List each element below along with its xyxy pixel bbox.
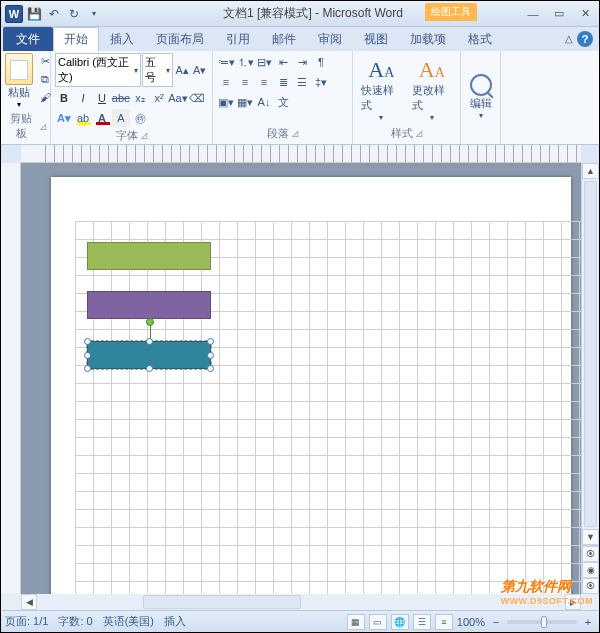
tab-insert[interactable]: 插入 [99,27,145,51]
increase-indent-button[interactable]: ⇥ [293,53,311,71]
group-font-label: 字体 [116,128,138,143]
resize-handle-nw[interactable] [84,338,91,345]
view-web-layout-button[interactable]: 🌐 [391,614,409,630]
font-size-combo[interactable]: 五号▾ [142,53,173,87]
paragraph-launcher-icon[interactable]: ◿ [292,129,298,138]
underline-button[interactable]: U [93,89,111,107]
status-page[interactable]: 页面: 1/1 [5,614,48,629]
resize-handle-ne[interactable] [207,338,214,345]
restore-button[interactable]: ▭ [549,6,569,22]
clear-formatting-icon[interactable]: ⌫ [188,89,206,107]
qat-redo-icon[interactable]: ↻ [65,5,83,23]
borders-button[interactable]: ▦▾ [236,93,254,111]
qat-save-icon[interactable]: 💾 [25,5,43,23]
character-shading-button[interactable]: A [112,109,130,127]
status-insert-mode[interactable]: 插入 [164,614,186,629]
change-styles-button[interactable]: AA 更改样式 ▾ [408,55,457,124]
browse-object-button[interactable]: ◉ [582,562,599,578]
zoom-out-button[interactable]: − [489,615,503,629]
resize-handle-se[interactable] [207,365,214,372]
tab-format[interactable]: 格式 [457,27,503,51]
status-word-count[interactable]: 字数: 0 [58,614,92,629]
horizontal-ruler[interactable] [21,145,581,163]
rotate-handle[interactable] [146,318,154,326]
decrease-indent-button[interactable]: ⇤ [274,53,292,71]
status-bar: 页面: 1/1 字数: 0 英语(美国) 插入 ▦ ▭ 🌐 ☰ ≡ 100% −… [1,610,599,632]
view-print-layout-button[interactable]: ▦ [347,614,365,630]
view-draft-button[interactable]: ≡ [435,614,453,630]
strikethrough-button[interactable]: abe [112,89,130,107]
align-right-button[interactable]: ≡ [255,73,273,91]
superscript-button[interactable]: x² [150,89,168,107]
enclose-char-button[interactable]: ㊕ [131,109,149,127]
tab-references[interactable]: 引用 [215,27,261,51]
vertical-ruler[interactable] [1,163,21,594]
editing-button[interactable]: 编辑 ▾ [470,74,492,120]
zoom-slider[interactable] [507,620,577,624]
zoom-in-button[interactable]: + [581,615,595,629]
document-page[interactable] [51,177,571,594]
grow-font-icon[interactable]: A▴ [174,61,190,79]
qat-undo-icon[interactable]: ↶ [45,5,63,23]
show-marks-button[interactable]: ¶ [312,53,330,71]
change-case-button[interactable]: Aa▾ [169,89,187,107]
tab-page-layout[interactable]: 页面布局 [145,27,215,51]
paste-button[interactable]: 粘贴 ▾ [5,53,33,109]
tab-view[interactable]: 视图 [353,27,399,51]
resize-handle-n[interactable] [146,338,153,345]
shape-rectangle-purple[interactable] [87,291,211,319]
tab-review[interactable]: 审阅 [307,27,353,51]
tab-addins[interactable]: 加载项 [399,27,457,51]
shrink-font-icon[interactable]: A▾ [192,61,208,79]
subscript-button[interactable]: x₂ [131,89,149,107]
align-center-button[interactable]: ≡ [236,73,254,91]
distributed-button[interactable]: ☰ [293,73,311,91]
close-button[interactable]: ✕ [575,6,595,22]
resize-handle-s[interactable] [146,365,153,372]
next-page-button[interactable]: ⦿ [582,578,599,594]
text-effects-button[interactable]: A▾ [55,109,73,127]
tab-mailings[interactable]: 邮件 [261,27,307,51]
scroll-down-button[interactable]: ▼ [582,529,599,545]
text-direction-button[interactable]: 文 [274,93,292,111]
minimize-button[interactable]: — [523,6,543,22]
shape-rectangle-green[interactable] [87,242,211,270]
scroll-right-button[interactable]: ▶ [565,594,581,610]
align-left-button[interactable]: ≡ [217,73,235,91]
italic-button[interactable]: I [74,89,92,107]
scroll-up-button[interactable]: ▲ [582,163,599,179]
clipboard-launcher-icon[interactable]: ◿ [40,122,46,131]
resize-handle-e[interactable] [207,352,214,359]
shading-button[interactable]: ▣▾ [217,93,235,111]
font-color-button[interactable]: A [93,109,111,127]
quick-styles-button[interactable]: AA 快速样式 ▾ [357,55,406,124]
help-button[interactable]: ? [577,31,593,47]
resize-handle-w[interactable] [84,352,91,359]
styles-launcher-icon[interactable]: ◿ [416,129,422,138]
previous-page-button[interactable]: ⦿ [582,546,599,562]
justify-button[interactable]: ≣ [274,73,292,91]
view-outline-button[interactable]: ☰ [413,614,431,630]
scroll-thumb-vertical[interactable] [584,181,597,527]
scroll-left-button[interactable]: ◀ [21,594,37,610]
resize-handle-sw[interactable] [84,365,91,372]
bold-button[interactable]: B [55,89,73,107]
bullets-button[interactable]: ≔▾ [217,53,235,71]
zoom-percent[interactable]: 100% [457,616,485,628]
numbering-button[interactable]: ⒈▾ [236,53,254,71]
line-spacing-button[interactable]: ‡▾ [312,73,330,91]
font-name-combo[interactable]: Calibri (西文正文)▾ [55,53,141,87]
scroll-thumb-horizontal[interactable] [143,595,301,609]
multilevel-list-button[interactable]: ⊟▾ [255,53,273,71]
font-launcher-icon[interactable]: ◿ [141,131,147,140]
highlight-button[interactable]: ab [74,109,92,127]
sort-button[interactable]: A↓ [255,93,273,111]
tab-home[interactable]: 开始 [53,27,99,51]
tab-file[interactable]: 文件 [3,27,53,51]
view-full-screen-button[interactable]: ▭ [369,614,387,630]
zoom-slider-thumb[interactable] [541,616,547,628]
shape-rectangle-teal[interactable] [87,341,211,369]
qat-customize-icon[interactable]: ▾ [85,5,103,23]
ribbon-minimize-icon[interactable]: △ [565,33,573,44]
status-language[interactable]: 英语(美国) [103,614,154,629]
